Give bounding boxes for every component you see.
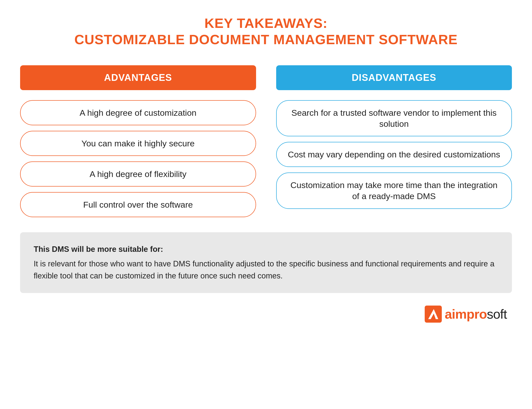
title-line2: CUSTOMIZABLE DOCUMENT MANAGEMENT SOFTWAR…	[74, 31, 458, 48]
bottom-text: It is relevant for those who want to hav…	[34, 258, 498, 282]
logo-bold: aimpro	[445, 307, 487, 321]
logo-text: aimprosoft	[445, 307, 507, 322]
disadvantage-item-1: Search for a trusted software vendor to …	[276, 100, 512, 136]
columns-container: ADVANTAGES A high degree of customizatio…	[20, 65, 512, 217]
page-title: KEY TAKEAWAYS: CUSTOMIZABLE DOCUMENT MAN…	[74, 15, 458, 48]
advantage-item-4: Full control over the software	[20, 192, 256, 217]
logo-regular: soft	[487, 307, 507, 321]
advantages-list: A high degree of customization You can m…	[20, 100, 256, 217]
advantages-header: ADVANTAGES	[20, 65, 256, 90]
disadvantage-item-3: Customization may take more time than th…	[276, 172, 512, 209]
advantages-column: ADVANTAGES A high degree of customizatio…	[20, 65, 256, 217]
logo-area: aimprosoft	[20, 306, 512, 323]
title-line1: KEY TAKEAWAYS:	[74, 15, 458, 31]
bottom-label: This DMS will be more suitable for:	[34, 243, 498, 255]
logo-wrapper: aimprosoft	[425, 306, 507, 323]
disadvantages-column: DISADVANTAGES Search for a trusted softw…	[276, 65, 512, 209]
aimprosoft-logo-icon	[425, 306, 442, 323]
disadvantages-list: Search for a trusted software vendor to …	[276, 100, 512, 209]
advantage-item-2: You can make it highly secure	[20, 131, 256, 156]
disadvantages-header: DISADVANTAGES	[276, 65, 512, 90]
disadvantage-item-2: Cost may vary depending on the desired c…	[276, 142, 512, 167]
advantage-item-3: A high degree of flexibility	[20, 161, 256, 187]
advantage-item-1: A high degree of customization	[20, 100, 256, 125]
bottom-box: This DMS will be more suitable for: It i…	[20, 232, 512, 293]
